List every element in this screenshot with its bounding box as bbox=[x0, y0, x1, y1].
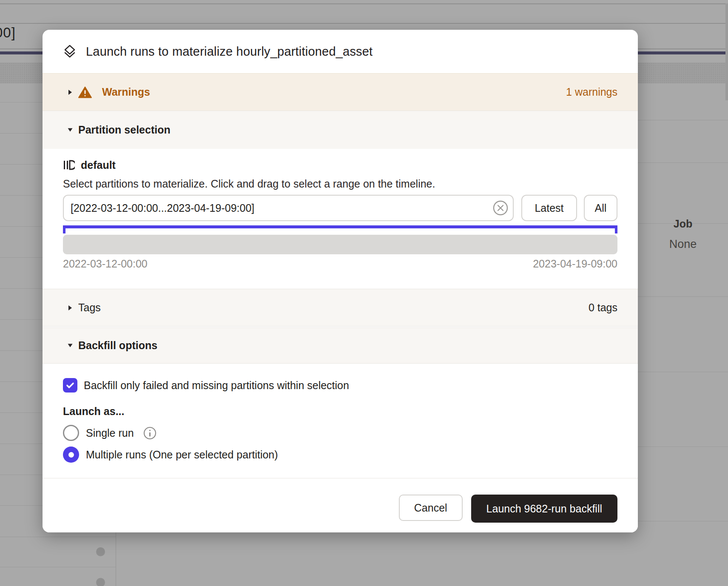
tags-label: Tags bbox=[78, 302, 101, 314]
page-background: 00] Job None Launch runs to materialize … bbox=[0, 0, 728, 586]
launch-backfill-dialog: Launch runs to materialize hourly_partit… bbox=[43, 30, 638, 532]
warnings-count: 1 warnings bbox=[566, 86, 617, 98]
partition-selection-label: Partition selection bbox=[78, 124, 171, 136]
all-button[interactable]: All bbox=[584, 195, 617, 221]
timeline-end-label: 2023-04-19-09:00 bbox=[533, 258, 617, 269]
launch-as-label: Launch as... bbox=[63, 405, 617, 417]
partition-range-input[interactable] bbox=[63, 195, 514, 221]
backfill-options-content: Backfill only failed and missing partiti… bbox=[43, 364, 638, 478]
bg-divider bbox=[0, 3, 728, 4]
partition-timeline[interactable] bbox=[63, 235, 617, 254]
dialog-title: Launch runs to materialize hourly_partit… bbox=[86, 45, 373, 59]
bg-job-header: Job bbox=[638, 218, 728, 230]
dialog-footer: Cancel Launch 9682-run backfill bbox=[43, 478, 638, 532]
tags-count: 0 tags bbox=[589, 302, 617, 314]
backfill-only-failed-checkbox[interactable] bbox=[63, 378, 77, 393]
timeline-start-label: 2022-03-12-00:00 bbox=[63, 258, 148, 269]
bg-scrollbar bbox=[725, 3, 728, 100]
multiple-runs-radio[interactable] bbox=[63, 447, 79, 463]
partition-description: Select partitions to materialize. Click … bbox=[63, 178, 617, 189]
backfill-options-label: Backfill options bbox=[78, 339, 157, 352]
partition-selection-content: default Select partitions to materialize… bbox=[43, 149, 638, 288]
dimension-name: default bbox=[81, 159, 116, 171]
bg-job-column: Job None bbox=[638, 218, 728, 251]
bg-row-dot bbox=[96, 578, 105, 586]
dialog-header: Launch runs to materialize hourly_partit… bbox=[43, 30, 638, 73]
warning-triangle-icon bbox=[78, 86, 92, 98]
partition-set-icon bbox=[63, 159, 75, 171]
backfill-options-header[interactable]: Backfill options bbox=[43, 327, 638, 364]
chevron-right-icon bbox=[67, 304, 73, 311]
partition-selection-header[interactable]: Partition selection bbox=[43, 111, 638, 149]
backfill-only-failed-label: Backfill only failed and missing partiti… bbox=[84, 379, 349, 392]
cancel-button[interactable]: Cancel bbox=[399, 495, 463, 521]
launch-backfill-button[interactable]: Launch 9682-run backfill bbox=[471, 495, 617, 523]
warnings-section-header[interactable]: Warnings 1 warnings bbox=[43, 73, 638, 111]
clear-input-button[interactable] bbox=[492, 200, 509, 216]
info-icon[interactable] bbox=[143, 427, 156, 440]
timeline-selection-bracket bbox=[63, 225, 617, 233]
bg-row-dot bbox=[96, 547, 105, 556]
chevron-right-icon bbox=[67, 89, 73, 96]
bg-divider bbox=[0, 23, 728, 24]
chevron-down-icon bbox=[67, 128, 73, 132]
tags-section-header[interactable]: Tags 0 tags bbox=[43, 289, 638, 327]
bg-partial-input-text: 00] bbox=[0, 25, 16, 41]
chevron-down-icon bbox=[67, 343, 73, 348]
single-run-label: Single run bbox=[86, 427, 134, 439]
multiple-runs-label: Multiple runs (One per selected partitio… bbox=[86, 449, 278, 461]
single-run-radio[interactable] bbox=[63, 425, 79, 441]
bg-job-value: None bbox=[638, 238, 728, 251]
warnings-label: Warnings bbox=[102, 86, 150, 98]
materialize-layers-icon bbox=[63, 44, 77, 59]
latest-button[interactable]: Latest bbox=[521, 195, 577, 221]
